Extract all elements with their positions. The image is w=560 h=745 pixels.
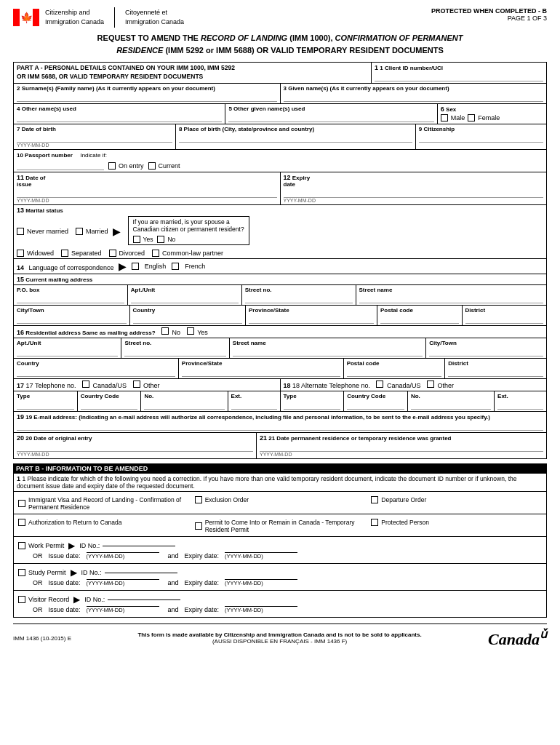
given-name-input[interactable] bbox=[284, 93, 544, 102]
district-input[interactable] bbox=[465, 315, 544, 324]
res-apt-input[interactable] bbox=[17, 348, 118, 356]
widowed-checkbox[interactable] bbox=[17, 250, 24, 257]
res-no-checkbox[interactable] bbox=[161, 327, 169, 335]
tel-cc-input[interactable] bbox=[81, 401, 138, 410]
apt-input[interactable] bbox=[131, 295, 239, 303]
logo-area: 🍁 Citizenship and Immigration Canada Cit… bbox=[13, 7, 184, 28]
po-box-input[interactable] bbox=[17, 295, 124, 303]
client-id-input[interactable] bbox=[375, 73, 543, 81]
res-city-input[interactable] bbox=[429, 348, 543, 356]
other-name-input[interactable] bbox=[17, 113, 222, 122]
alt-cc-input[interactable] bbox=[347, 401, 404, 410]
current-label: Current bbox=[159, 162, 180, 170]
res-country-input[interactable] bbox=[17, 368, 175, 377]
part-b-section: 1 1 Please indicate for which of the fol… bbox=[13, 474, 547, 618]
never-married-checkbox[interactable] bbox=[17, 228, 24, 235]
res-street-name-label: Street name bbox=[233, 340, 423, 346]
no-checkbox[interactable] bbox=[157, 236, 164, 243]
current-checkbox[interactable] bbox=[148, 162, 156, 170]
expiry-date-input[interactable] bbox=[284, 189, 544, 198]
other-given-input[interactable] bbox=[228, 113, 433, 122]
res-district-input[interactable] bbox=[448, 368, 543, 377]
alt-canada-checkbox[interactable] bbox=[376, 381, 383, 388]
res-street-name-input[interactable] bbox=[233, 348, 423, 356]
departure-order-checkbox[interactable] bbox=[371, 496, 378, 503]
protected-person-checkbox[interactable] bbox=[371, 519, 378, 526]
tel-type: Type bbox=[14, 391, 78, 411]
res-province-input[interactable] bbox=[182, 368, 340, 377]
alt-no-input[interactable] bbox=[411, 401, 491, 410]
country-input[interactable] bbox=[133, 315, 243, 324]
issue-date-input[interactable] bbox=[17, 189, 277, 198]
f17-canada: Canada/US bbox=[82, 382, 129, 389]
citizenship-input[interactable] bbox=[419, 134, 543, 143]
f21-label: 21 Date permanent residence or temporary… bbox=[268, 435, 451, 442]
tel-canada-checkbox[interactable] bbox=[82, 381, 89, 388]
divorced-checkbox[interactable] bbox=[109, 250, 116, 257]
exclusion-order-checkbox[interactable] bbox=[195, 496, 202, 503]
issue-format: YYYY-MM-DD bbox=[17, 198, 277, 203]
alt-type-label: Type bbox=[284, 393, 341, 399]
passport-input[interactable] bbox=[17, 162, 104, 170]
immigrant-visa-checkbox[interactable] bbox=[18, 500, 25, 507]
province-input[interactable] bbox=[249, 315, 374, 324]
alt-ext: Ext. bbox=[495, 391, 546, 411]
male-checkbox[interactable] bbox=[441, 114, 448, 121]
field-7-dob: 7 Date of birth YYYY-MM-DD bbox=[14, 124, 176, 149]
street-no-input[interactable] bbox=[245, 295, 353, 303]
row-16-fields2: Country Province/State Postal code Distr… bbox=[14, 359, 546, 379]
study-permit-checkbox[interactable] bbox=[18, 569, 25, 576]
res-postal-input[interactable] bbox=[347, 368, 442, 377]
f21-format: YYYY-MM-DD bbox=[260, 452, 543, 457]
work-issue-format: (YYYY-MM-DD) bbox=[87, 553, 159, 559]
exclusion-order-option: Exclusion Order bbox=[195, 495, 366, 511]
surname-input[interactable] bbox=[17, 93, 277, 102]
place-birth-input[interactable] bbox=[179, 134, 412, 143]
res-yes-checkbox[interactable] bbox=[187, 327, 194, 335]
tel-ext-input[interactable] bbox=[231, 401, 277, 410]
study-id-input[interactable] bbox=[105, 573, 177, 573]
field-apt: Apt./Unit bbox=[128, 285, 242, 305]
on-entry-checkbox[interactable] bbox=[108, 162, 116, 170]
alt-type-input[interactable] bbox=[284, 401, 341, 410]
dob-input[interactable] bbox=[17, 134, 172, 143]
part-a-label: PART A - PERSONAL DETAILS CONTAINED ON Y… bbox=[17, 64, 235, 71]
language-options: English French bbox=[132, 263, 206, 270]
english-checkbox[interactable] bbox=[132, 263, 139, 270]
perm-res-input[interactable] bbox=[260, 443, 543, 452]
visitor-id-input[interactable] bbox=[108, 599, 180, 600]
field-19-email: 19 19 E-mail address: (Indicating an e-m… bbox=[14, 412, 546, 432]
yes-checkbox[interactable] bbox=[133, 236, 140, 243]
separated-label: Separated bbox=[71, 250, 102, 257]
visitor-record-checkbox[interactable] bbox=[18, 596, 25, 603]
married-checkbox[interactable] bbox=[76, 228, 83, 235]
no-label: No bbox=[167, 236, 175, 243]
work-id-input[interactable] bbox=[103, 546, 175, 546]
french-checkbox[interactable] bbox=[172, 263, 179, 270]
common-law-checkbox[interactable] bbox=[152, 250, 159, 257]
auth-return-checkbox[interactable] bbox=[18, 519, 25, 526]
email-input[interactable] bbox=[17, 422, 543, 431]
orig-entry-input[interactable] bbox=[17, 443, 253, 452]
postal-input[interactable] bbox=[380, 315, 459, 324]
visitor-and-label: and bbox=[168, 606, 179, 613]
alt-type: Type bbox=[281, 391, 345, 411]
alt-other-checkbox[interactable] bbox=[427, 381, 434, 388]
tel-no-input[interactable] bbox=[144, 401, 224, 410]
row-15-fields2: City/Town Country Province/State Postal … bbox=[14, 306, 546, 326]
postal-label: Postal code bbox=[380, 307, 459, 314]
res-street-no-input[interactable] bbox=[124, 348, 225, 356]
tel-type-input[interactable] bbox=[17, 401, 74, 410]
tel-other-checkbox[interactable] bbox=[133, 381, 140, 388]
female-checkbox[interactable] bbox=[468, 114, 475, 121]
visitor-expiry-format: (YYYY-MM-DD) bbox=[225, 607, 297, 613]
permit-temp-checkbox[interactable] bbox=[195, 522, 202, 530]
study-permit-row: Study Permit ▶ ID No.: OR Issue date: (Y… bbox=[14, 564, 546, 591]
separated-checkbox[interactable] bbox=[61, 250, 68, 257]
field-18-alt-tel: 18 18 Alternate Telephone no. Canada/US … bbox=[281, 379, 547, 391]
street-name-input[interactable] bbox=[359, 295, 543, 303]
city-input[interactable] bbox=[17, 315, 127, 324]
field-20-orig-entry: 20 20 Date of original entry YYYY-MM-DD bbox=[14, 433, 257, 458]
alt-ext-input[interactable] bbox=[497, 401, 543, 410]
work-permit-checkbox[interactable] bbox=[18, 542, 25, 549]
